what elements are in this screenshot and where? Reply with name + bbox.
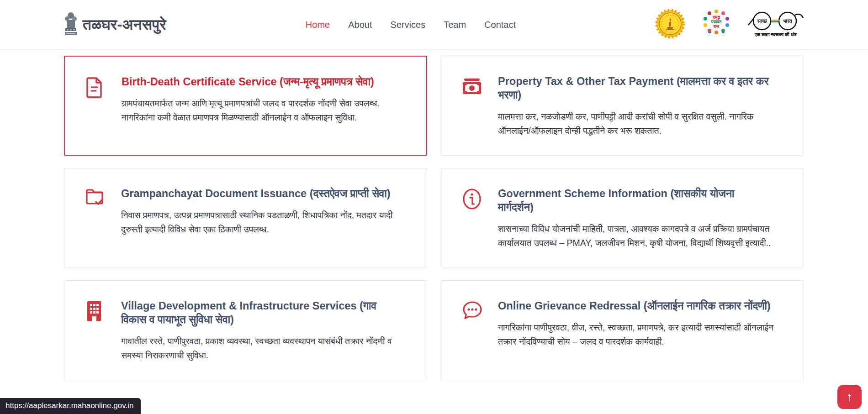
info-icon <box>462 187 481 267</box>
card-description: ग्रामपंचायतमार्फत जन्म आणि मृत्यू प्रमाण… <box>122 96 406 125</box>
card-scheme-information[interactable]: Government Scheme Information (शासकीय यो… <box>441 168 804 268</box>
card-village-development[interactable]: Village Development & Infrastructure Ser… <box>64 280 427 380</box>
card-birth-death-certificate[interactable]: Birth-Death Certificate Service (जन्म-मृ… <box>64 56 427 156</box>
link-preview-status-bar: https://aaplesarkar.mahaonline.gov.in <box>0 398 141 414</box>
svg-text:राज: राज <box>713 24 720 29</box>
panchayat-raj-logo: समृद्ध पंचायत राज <box>701 8 732 42</box>
card-title: Birth-Death Certificate Service (जन्म-मृ… <box>122 75 396 89</box>
brand[interactable]: तळघर-अनसपुरे <box>64 11 166 38</box>
nav-about[interactable]: About <box>348 20 372 30</box>
scroll-to-top-button[interactable]: ↑ <box>837 385 862 409</box>
card-description: गावातील रस्ते, पाणीपुरवठा, प्रकाश व्यवस्… <box>121 334 406 362</box>
card-title: Online Grievance Redressal (ऑनलाईन नागरि… <box>498 299 772 313</box>
card-title: Village Development & Infrastructure Ser… <box>121 299 395 326</box>
card-description: निवास प्रमाणपत्र, उत्पन्न प्रमाणपत्रासाठ… <box>121 208 406 236</box>
svg-text:स्वच्छ: स्वच्छ <box>757 18 767 24</box>
header-logos: समृद्ध पंचायत राज स्वच्छ भारत एक कदम स्व… <box>655 8 804 42</box>
main-nav: Home About Services Team Contact <box>306 20 516 30</box>
money-icon <box>462 74 481 155</box>
card-grievance-redressal[interactable]: Online Grievance Redressal (ऑनलाईन नागरि… <box>441 280 804 380</box>
nav-team[interactable]: Team <box>444 20 466 30</box>
nav-services[interactable]: Services <box>390 20 425 30</box>
document-icon <box>85 75 105 155</box>
building-icon <box>85 299 104 380</box>
site-title: तळघर-अनसपुरे <box>83 16 166 34</box>
card-document-issuance[interactable]: Grampanchayat Document Issuance (दस्तऐवज… <box>64 168 427 268</box>
chat-dots-icon <box>462 299 481 380</box>
card-title: Property Tax & Other Tax Payment (मालमत्… <box>498 74 772 102</box>
nav-contact[interactable]: Contact <box>484 20 516 30</box>
card-title: Grampanchayat Document Issuance (दस्तऐवज… <box>121 187 395 200</box>
services-grid: Birth-Death Certificate Service (जन्म-मृ… <box>64 56 804 380</box>
maharashtra-seal-logo <box>655 9 685 41</box>
svg-text:भारत: भारत <box>783 18 793 24</box>
swachh-bharat-logo: स्वच्छ भारत एक कदम स्वच्छता की ओर <box>747 9 804 41</box>
national-emblem-icon <box>64 11 78 38</box>
services-section: Birth-Death Certificate Service (जन्म-मृ… <box>0 50 868 380</box>
card-description: शासनाच्या विविध योजनांची माहिती, पात्रता… <box>498 222 783 250</box>
arrow-up-icon: ↑ <box>847 391 853 403</box>
site-header: तळघर-अनसपुरे Home About Services Team Co… <box>0 0 868 50</box>
svg-text:पंचायत: पंचायत <box>711 19 722 24</box>
folder-check-icon <box>85 187 104 267</box>
svg-text:एक कदम स्वच्छता की ओर: एक कदम स्वच्छता की ओर <box>754 31 797 37</box>
card-description: मालमत्ता कर, नळजोडणी कर, पाणीपट्टी आदी क… <box>498 110 783 138</box>
card-description: नागरिकांना पाणीपुरवठा, वीज, रस्ते, स्वच्… <box>498 320 783 349</box>
card-property-tax[interactable]: Property Tax & Other Tax Payment (मालमत्… <box>441 56 804 156</box>
card-title: Government Scheme Information (शासकीय यो… <box>498 187 772 214</box>
nav-home[interactable]: Home <box>306 20 330 30</box>
